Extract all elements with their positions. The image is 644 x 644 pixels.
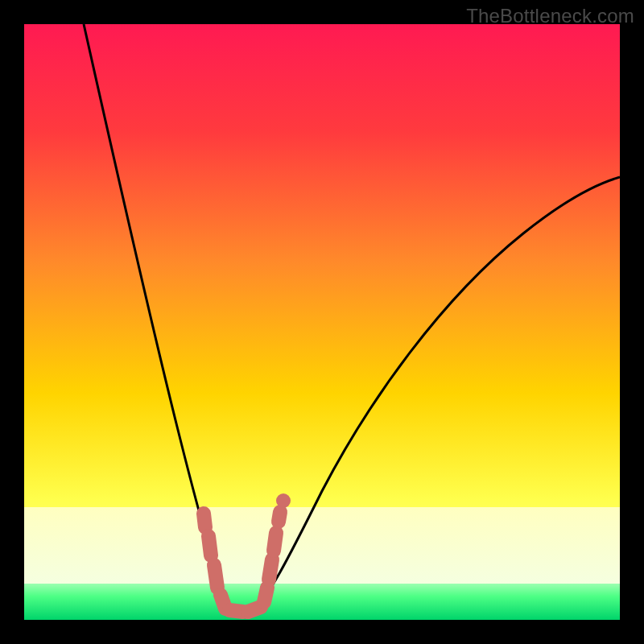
watermark-text: TheBottleneck.com	[466, 5, 634, 27]
highlighted-marker-cluster	[204, 512, 280, 612]
curve-left-branch	[84, 24, 238, 613]
marker-dot	[276, 493, 291, 508]
bottleneck-curve	[24, 24, 620, 620]
plot-area	[24, 24, 620, 620]
chart-frame: TheBottleneck.com	[0, 0, 644, 644]
curve-right-branch	[250, 177, 620, 613]
